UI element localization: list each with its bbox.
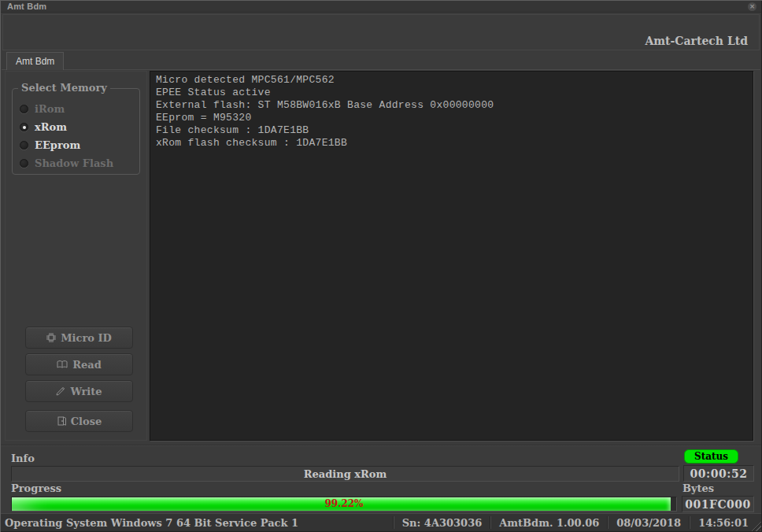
info-message-box: Reading xRom (11, 466, 679, 482)
bytes-label: Bytes (682, 482, 714, 494)
radio-xrom-label: xRom (35, 121, 67, 133)
progress-label: Progress (11, 482, 61, 494)
window-title: Amt Bdm (7, 2, 46, 11)
radio-irom-circle (20, 105, 28, 113)
console-line: EEprom = M95320 (156, 112, 747, 124)
tab-strip-line (2, 69, 760, 70)
select-memory-group: Select Memory iRom xRom EEprom Shadow Fl… (12, 88, 140, 175)
radio-shadow-flash-label: Shadow Flash (35, 157, 113, 169)
progress-percent: 99.22% (12, 498, 676, 509)
statusbar-date: 08/03/2018 (608, 517, 689, 529)
exit-icon (57, 416, 66, 426)
info-label: Info (11, 453, 35, 464)
info-message: Reading xRom (304, 468, 387, 480)
brand-label: Amt-Cartech Ltd (645, 35, 748, 47)
read-icon (57, 360, 68, 369)
tab-amt-bdm[interactable]: Amt Bdm (6, 52, 64, 70)
resize-grip-icon[interactable] (751, 521, 761, 531)
close-label: Close (71, 416, 102, 427)
left-panel: Select Memory iRom xRom EEprom Shadow Fl… (5, 71, 147, 441)
radio-shadow-flash: Shadow Flash (20, 157, 113, 169)
app-window: Amt Bdm ✕ Amt-Cartech Ltd Amt Bdm Select… (0, 0, 762, 532)
write-button[interactable]: Write (25, 380, 133, 402)
bytes-value-box: 001FC000 (682, 496, 754, 512)
write-label: Write (70, 386, 102, 397)
write-icon (56, 386, 65, 396)
section-divider (1, 445, 761, 446)
radio-shadow-flash-circle (20, 159, 28, 168)
console-line: File checksum : 1DA7E1BB (156, 124, 747, 137)
console-output: Micro detected MPC561/MPC562 EPEE Status… (150, 71, 753, 441)
micro-id-button[interactable]: Micro ID (25, 327, 133, 349)
radio-irom-label: iRom (35, 103, 65, 115)
read-button[interactable]: Read (25, 353, 133, 375)
statusbar-version: AmtBdm. 1.00.06 (491, 517, 607, 529)
statusbar-serial: Sn: 4A303036 (394, 517, 490, 529)
console-line: Micro detected MPC561/MPC562 (156, 74, 747, 87)
close-button[interactable]: Close (25, 410, 133, 432)
console-line: xRom flash checksum : 1DA7E1BB (156, 137, 747, 150)
bytes-value: 001FC000 (685, 498, 751, 511)
radio-irom: iRom (20, 103, 65, 115)
statusbar-os: Operating System Windows 7 64 Bit Servic… (1, 517, 393, 529)
radio-xrom[interactable]: xRom (20, 121, 67, 133)
chip-icon (46, 333, 56, 342)
header-panel: Amt-Cartech Ltd (2, 14, 760, 50)
radio-eeprom-circle[interactable] (20, 141, 28, 150)
progress-bar: 99.22% (11, 497, 677, 512)
close-icon[interactable]: ✕ (748, 2, 756, 11)
status-button[interactable]: Status (684, 449, 738, 464)
status-bar: Operating System Windows 7 64 Bit Servic… (1, 513, 761, 531)
console-line: External flash: ST M58BW016xB Base Addre… (156, 99, 747, 112)
elapsed-time: 00:00:52 (690, 467, 748, 480)
title-bar: Amt Bdm ✕ (1, 1, 761, 13)
micro-id-label: Micro ID (61, 332, 112, 344)
select-memory-legend: Select Memory (18, 82, 110, 94)
console-line: EPEE Status active (156, 87, 747, 99)
radio-eeprom[interactable]: EEprom (20, 139, 80, 151)
radio-xrom-circle[interactable] (20, 123, 28, 131)
read-label: Read (72, 359, 102, 371)
elapsed-time-box: 00:00:52 (683, 465, 754, 482)
radio-eeprom-label: EEprom (35, 139, 80, 151)
